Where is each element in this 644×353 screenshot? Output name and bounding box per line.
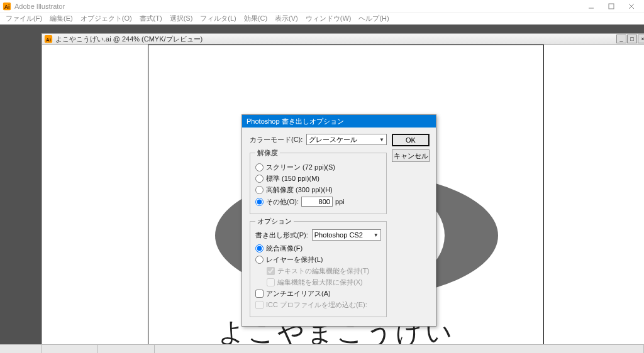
chevron-down-icon: ▼ [374,232,379,238]
svg-text:Ai: Ai [4,3,10,9]
menu-view[interactable]: 表示(V) [272,13,301,24]
document-icon: Ai [44,35,53,43]
menu-object[interactable]: オブジェクト(O) [77,13,135,24]
app-icon: Ai [3,2,11,11]
export-dialog: Photoshop 書き出しオプション カラーモード(C): グレースケール ▼… [242,114,436,327]
workspace: Ai よこやこうげい.ai @ 244% (CMYK/プレビュー) _ □ × … [0,24,644,353]
minimize-button[interactable] [581,1,601,12]
app-title: Adobe Illustrator [14,3,581,10]
ok-button[interactable]: OK [392,134,430,146]
color-mode-value: グレースケール [309,135,357,144]
status-tool [98,345,155,353]
option-max-edit: 編集機能を最大限に保持(X) [267,278,381,287]
doc-minimize-button[interactable]: _ [616,35,626,43]
menu-select[interactable]: 選択(S) [167,13,196,24]
check-icc [255,301,264,309]
svg-text:Ai: Ai [46,37,51,43]
dialog-title: Photoshop 書き出しオプション [242,115,436,128]
menu-edit[interactable]: 編集(E) [47,13,76,24]
resolution-input[interactable] [301,197,333,207]
option-layers[interactable]: レイヤーを保持(L) [255,255,381,264]
option-icc: ICC プロファイルを埋め込む(E): [255,300,381,310]
export-format-select[interactable]: Photoshop CS2 ▼ [312,229,381,241]
resolution-high[interactable]: 高解像度 (300 ppi)(H) [255,185,381,195]
document-window-controls: _ □ × [616,35,644,43]
export-format-value: Photoshop CS2 [314,231,363,239]
radio-medium[interactable] [255,175,264,183]
chevron-down-icon: ▼ [379,137,384,143]
resolution-group: 解像度 スクリーン (72 ppi)(S) 標準 (150 ppi)(M) 高解… [250,148,387,214]
radio-high[interactable] [255,186,264,194]
window-controls [581,1,641,12]
status-scroll[interactable] [155,345,644,353]
status-zoom[interactable] [42,345,98,353]
color-mode-select[interactable]: グレースケール ▼ [306,134,387,145]
export-format-label: 書き出し形式(P): [255,231,308,240]
doc-close-button[interactable]: × [638,35,644,43]
radio-screen[interactable] [255,163,264,171]
color-mode-label: カラーモード(C): [250,135,303,144]
option-antialias[interactable]: アンチエイリアス(A) [255,289,381,298]
status-left [0,345,42,353]
radio-layers[interactable] [255,256,264,264]
app-titlebar: Ai Adobe Illustrator [0,0,644,13]
svg-rect-3 [609,4,614,9]
menu-help[interactable]: ヘルプ(H) [355,13,392,24]
menu-effect[interactable]: 効果(C) [241,13,270,24]
resolution-legend: 解像度 [255,148,280,158]
check-max-edit [267,278,275,286]
cancel-button[interactable]: キャンセル [392,149,430,162]
option-flat[interactable]: 統合画像(F) [255,244,381,253]
menubar: ファイル(F) 編集(E) オブジェクト(O) 書式(T) 選択(S) フィルタ… [0,13,644,24]
menu-file[interactable]: ファイル(F) [3,13,45,24]
options-legend: オプション [255,217,294,226]
menu-filter[interactable]: フィルタ(L) [197,13,239,24]
radio-flat[interactable] [255,244,264,253]
doc-restore-button[interactable]: □ [627,35,637,43]
document-titlebar: Ai よこやこうげい.ai @ 244% (CMYK/プレビュー) _ □ × [42,33,644,45]
check-text-edit [267,267,275,275]
check-antialias[interactable] [255,290,264,298]
status-bar [0,344,644,353]
menu-window[interactable]: ウィンドウ(W) [303,13,355,24]
options-group: オプション 書き出し形式(P): Photoshop CS2 ▼ 統合画像(F) [250,217,387,317]
resolution-medium[interactable]: 標準 (150 ppi)(M) [255,174,381,183]
resolution-other[interactable]: その他(O): ppi [255,197,381,207]
maximize-button[interactable] [601,1,621,12]
menu-type[interactable]: 書式(T) [136,13,165,24]
radio-other[interactable] [255,198,264,206]
close-button[interactable] [621,1,641,12]
option-text-edit: テキストの編集機能を保持(T) [267,266,381,276]
document-title: よこやこうげい.ai @ 244% (CMYK/プレビュー) [55,35,616,44]
resolution-screen[interactable]: スクリーン (72 ppi)(S) [255,163,381,172]
